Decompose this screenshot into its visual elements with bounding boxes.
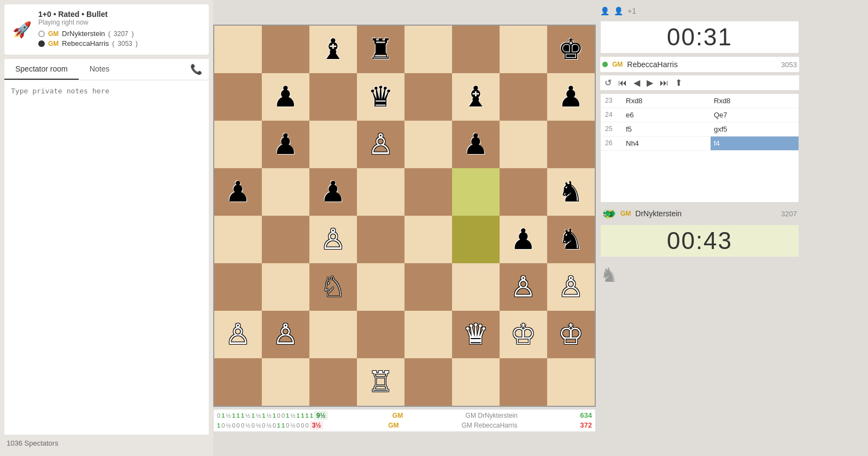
square-0-2[interactable]: ♝: [309, 26, 357, 73]
square-3-4[interactable]: [404, 168, 452, 216]
square-6-4[interactable]: [404, 311, 452, 358]
square-4-3[interactable]: [357, 216, 404, 263]
square-2-0[interactable]: [214, 121, 262, 168]
move-25-white[interactable]: f5: [623, 122, 711, 136]
square-1-4[interactable]: [404, 73, 452, 121]
square-6-5[interactable]: ♛: [452, 311, 500, 358]
move-23-white[interactable]: Rxd8: [623, 94, 711, 108]
piece-black-♝: ♝: [320, 35, 346, 63]
square-2-2[interactable]: [309, 121, 357, 168]
square-5-0[interactable]: [214, 263, 262, 311]
square-7-1[interactable]: [262, 358, 309, 406]
square-5-2[interactable]: ♘: [309, 263, 357, 311]
move-24-white[interactable]: e6: [623, 108, 711, 122]
tab-notes[interactable]: Notes: [79, 59, 121, 80]
square-5-6[interactable]: ♙: [500, 263, 547, 311]
move-24-black[interactable]: Qe7: [711, 108, 799, 122]
square-7-7[interactable]: [547, 358, 595, 406]
move-23-black[interactable]: Rxd8: [711, 94, 799, 108]
next-move-btn[interactable]: ▶: [647, 78, 653, 88]
square-5-4[interactable]: [404, 263, 452, 311]
square-7-5[interactable]: [452, 358, 500, 406]
square-3-0[interactable]: ♟: [214, 168, 262, 216]
move-26-white[interactable]: Nh4: [623, 137, 711, 150]
piece-white-♙: ♙: [225, 320, 251, 348]
square-0-4[interactable]: [404, 26, 452, 73]
black-player-name: RebeccaHarris: [62, 39, 109, 48]
square-7-0[interactable]: [214, 358, 262, 406]
square-0-5[interactable]: [452, 26, 500, 73]
square-1-5[interactable]: ♝: [452, 73, 500, 121]
square-3-3[interactable]: [357, 168, 404, 216]
square-7-6[interactable]: [500, 358, 547, 406]
square-2-5[interactable]: ♟: [452, 121, 500, 168]
phone-button[interactable]: 📞: [184, 59, 209, 80]
square-0-3[interactable]: ♜: [357, 26, 404, 73]
square-1-7[interactable]: ♟: [547, 73, 595, 121]
tab-spectator-room[interactable]: Spectator room: [4, 59, 79, 80]
first-move-btn[interactable]: ⏮: [618, 78, 627, 88]
chess-board[interactable]: ♝♜♚♟♛♝♟♟♙♟♟♟♞♙♟♞♘♙♙♙♙♛♔♔♖: [213, 25, 596, 407]
square-5-7[interactable]: ♙: [547, 263, 595, 311]
square-6-0[interactable]: ♙: [214, 311, 262, 358]
square-2-4[interactable]: [404, 121, 452, 168]
square-0-7[interactable]: ♚: [547, 26, 595, 73]
prev-move-btn[interactable]: ◀: [634, 78, 640, 88]
square-0-0[interactable]: [214, 26, 262, 73]
square-6-6[interactable]: ♔: [500, 311, 547, 358]
square-3-7[interactable]: ♞: [547, 168, 595, 216]
square-4-4[interactable]: [404, 216, 452, 263]
square-3-5[interactable]: [452, 168, 500, 216]
refresh-btn[interactable]: ↺: [605, 78, 612, 88]
square-4-6[interactable]: ♟: [500, 216, 547, 263]
square-2-3[interactable]: ♙: [357, 121, 404, 168]
square-5-5[interactable]: [452, 263, 500, 311]
piece-white-♔: ♔: [558, 320, 584, 348]
right-panel: 👤 👤 +1 00:31 GM RebeccaHarris 3053 ↺ ⏮ ◀…: [596, 0, 804, 456]
square-2-1[interactable]: ♟: [262, 121, 309, 168]
square-0-1[interactable]: [262, 26, 309, 73]
square-4-7[interactable]: ♞: [547, 216, 595, 263]
move-25-black[interactable]: gxf5: [711, 122, 799, 136]
square-6-1[interactable]: ♙: [262, 311, 309, 358]
square-5-1[interactable]: [262, 263, 309, 311]
score-row-2: 1 0 ½ 0 0 0 ½ 0 ½ 0 ½ 0 1 1 0 ½ 0 0 0 3½: [217, 421, 592, 430]
flip-btn[interactable]: ⬆: [675, 78, 682, 88]
square-3-6[interactable]: [500, 168, 547, 216]
square-4-1[interactable]: [262, 216, 309, 263]
square-4-2[interactable]: ♙: [309, 216, 357, 263]
notes-textarea[interactable]: [11, 87, 202, 428]
square-1-0[interactable]: [214, 73, 262, 121]
square-7-4[interactable]: [404, 358, 452, 406]
spectator-person-icon: 👤: [600, 7, 609, 15]
piece-black-♟: ♟: [273, 82, 298, 111]
square-3-1[interactable]: [262, 168, 309, 216]
square-6-7[interactable]: ♔: [547, 311, 595, 358]
square-6-2[interactable]: [309, 311, 357, 358]
square-0-6[interactable]: [500, 26, 547, 73]
square-3-2[interactable]: ♟: [309, 168, 357, 216]
square-6-3[interactable]: [357, 311, 404, 358]
piece-black-♚: ♚: [558, 35, 584, 63]
square-7-2[interactable]: [309, 358, 357, 406]
square-4-0[interactable]: [214, 216, 262, 263]
spectators-count: 1036 Spectators: [4, 435, 209, 452]
move-list: 23 Rxd8 Rxd8 24 e6 Qe7 25 f5 gxf5 26 Nh4…: [600, 93, 799, 203]
square-1-6[interactable]: [500, 73, 547, 121]
square-2-7[interactable]: [547, 121, 595, 168]
top-player-rating: 3053: [781, 61, 797, 69]
square-1-1[interactable]: ♟: [262, 73, 309, 121]
last-move-btn[interactable]: ⏭: [660, 78, 668, 88]
square-1-2[interactable]: [309, 73, 357, 121]
square-2-6[interactable]: [500, 121, 547, 168]
piece-white-♙: ♙: [273, 320, 298, 348]
piece-black-♝: ♝: [463, 82, 489, 111]
square-7-3[interactable]: ♖: [357, 358, 404, 406]
game-title: 1+0 • Rated • Bullet: [38, 10, 138, 19]
move-26-black[interactable]: f4: [711, 137, 799, 150]
game-status: Playing right now: [38, 19, 138, 26]
square-4-5[interactable]: [452, 216, 500, 263]
square-5-3[interactable]: [357, 263, 404, 311]
score-cells-1: 0 1 ½ 1 1 1 ½ 1 ½ 1 ½ 1 0 0 1 ½ 1 1 1 1: [217, 411, 328, 420]
square-1-3[interactable]: ♛: [357, 73, 404, 121]
